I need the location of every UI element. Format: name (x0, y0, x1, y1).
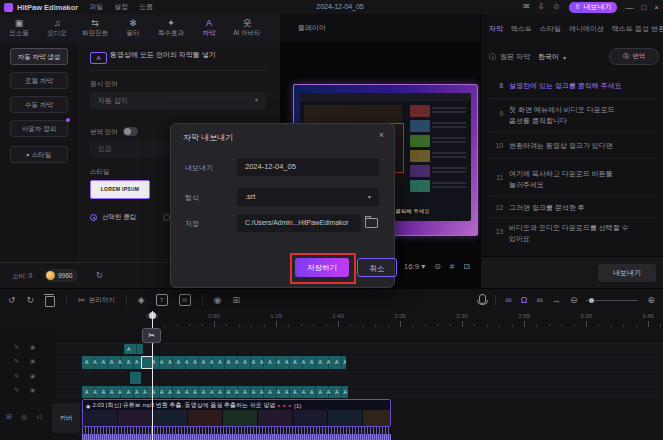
record-icon[interactable]: ◉ (214, 295, 222, 305)
pen-icon[interactable]: ✎ (14, 386, 19, 393)
download-icon[interactable]: ⇩ (538, 0, 545, 14)
ribbon-filter[interactable]: ✻ 필터 (114, 18, 152, 38)
ribbon-effects[interactable]: ✦ 특수효과 (152, 18, 190, 38)
subtitle-clip-small[interactable] (130, 372, 141, 384)
subtitle-clip-track[interactable]: AAAAAAAAAAAAAAAAAAAAAAAAAAAAAAAA (82, 386, 348, 398)
menu-file[interactable]: 파일 (89, 2, 103, 12)
player-panel-header: 플레이어 (280, 14, 480, 43)
eye-icon[interactable]: ◉ (30, 357, 35, 364)
feedback-icon[interactable]: ✉ (523, 0, 530, 14)
eye-icon[interactable]: ◉ (30, 386, 35, 393)
player-tab[interactable]: 플레이어 (298, 14, 326, 42)
overlay-icon[interactable]: ⊞ (232, 295, 240, 305)
chain-icon[interactable]: ∞ (536, 295, 542, 305)
eye-icon[interactable]: ◉ (30, 343, 35, 350)
sidebar-item-style[interactable]: ▶ 스타일 (10, 146, 68, 163)
magnet-icon[interactable]: Ω (521, 295, 528, 305)
tab-text[interactable]: 텍스트 (511, 24, 532, 34)
minimize-button[interactable]: — (625, 3, 633, 12)
ruler-time-label: 2:05 (394, 313, 406, 319)
ribbon-subtitle[interactable]: A 자막 (190, 18, 228, 38)
browse-folder-button[interactable] (363, 214, 379, 232)
tab-style[interactable]: 스타일 (540, 24, 561, 34)
format-label: 형식 (185, 193, 199, 203)
ribbon-elements[interactable]: ▣ 요소들 (0, 18, 38, 38)
subtitle-clip[interactable]: A (124, 344, 143, 354)
pen-icon[interactable]: ✎ (14, 343, 19, 350)
tab-subtitle[interactable]: 자막 (489, 24, 503, 34)
ribbon-ai-avatar[interactable]: 웃 AI 아바타 (228, 18, 266, 38)
export-subtitle-button[interactable]: 내보내기 (598, 264, 656, 282)
scissors-icon: ✂ (78, 295, 86, 305)
sidebar-item-custom[interactable]: 사용자 정의 (10, 120, 68, 137)
subtitle-clip-track[interactable]: AAAAAAAAAAAAAAAAAAAAAAAAAAAAAAAA (82, 356, 346, 369)
tab-tts[interactable]: 텍스트 음성 변환 (612, 24, 663, 34)
radio-selected-clip-label: 선택한 클립 (102, 213, 136, 222)
translate-button[interactable]: Ⓐ 번역 (609, 48, 659, 65)
track-header: ✎ ◉ (0, 372, 56, 379)
radio-selected-clip[interactable] (90, 214, 97, 221)
audio-waveform[interactable] (82, 427, 391, 440)
save-path-input[interactable]: C:/Users/Admin...HitPawEdimakor (237, 214, 361, 232)
translate-toggle[interactable] (123, 127, 138, 136)
video-clip-title: ◉ 2:03 [최신] 유튜브 mp3 변환 추출, 동영상에 음원 추출하는 … (83, 400, 390, 410)
add-text-icon[interactable]: T (156, 294, 168, 306)
source-language-select[interactable]: 자동 감지 ▾ (90, 92, 266, 109)
pen-icon[interactable]: ✎ (14, 357, 19, 364)
aspect-ratio-select[interactable]: 16:9 ▾ (404, 262, 425, 271)
sidebar-item-auto-subtitle[interactable]: 자동 자막 생성 (10, 48, 68, 65)
grid-icon[interactable]: # (450, 262, 454, 271)
speed-icon[interactable]: ◈ (138, 295, 145, 305)
account-icon[interactable]: ☺ (552, 0, 560, 14)
video-clip[interactable]: ◉ 2:03 [최신] 유튜브 mp3 변환 추출, 동영상에 음원 추출하는 … (82, 399, 391, 427)
zoom-out-icon[interactable]: ⊖ (570, 295, 578, 305)
fit-timeline-icon[interactable]: ↔ (552, 295, 561, 305)
radio-option-2[interactable] (163, 214, 170, 221)
fullscreen-icon[interactable]: ⊡ (463, 262, 470, 271)
refresh-icon[interactable]: ↻ (96, 263, 103, 289)
microphone-icon[interactable] (479, 294, 486, 304)
trash-icon[interactable] (45, 296, 55, 307)
sidebar-item-manual-subtitle[interactable]: 수동 자막 (10, 96, 68, 113)
translate-badge-icon: Ⓐ (623, 52, 630, 61)
cover-circle-icon[interactable]: ◎ (21, 413, 27, 421)
menu-help[interactable]: 도움 (139, 2, 153, 12)
timeline-zoom-slider[interactable] (586, 300, 638, 301)
ai-tools-icon[interactable]: AI (179, 294, 191, 306)
ribbon-transition[interactable]: ⇆ 화면전환 (76, 18, 114, 38)
eye-icon[interactable]: ◉ (30, 372, 35, 379)
split-button[interactable]: ✂ 분리하기 (78, 295, 115, 305)
zoom-in-icon[interactable]: ⊕ (647, 295, 655, 305)
right-panel-footer: 내보내기 (481, 256, 663, 289)
sidebar-item-local-subtitle[interactable]: 로컬 자막 (10, 72, 68, 89)
style-preset[interactable]: LOREM IPSUM (90, 180, 150, 199)
maximize-button[interactable]: □ (641, 3, 646, 12)
export-project-button[interactable]: ⇧ 내보내기 (569, 2, 618, 13)
elements-icon: ▣ (15, 18, 24, 28)
ruler-time-label: 1:40 (332, 313, 344, 319)
snapshot-icon[interactable]: ⊙ (434, 262, 441, 271)
chevron-down-icon: ▾ (368, 188, 371, 206)
ribbon-audio[interactable]: ♫ 오디오 (38, 18, 76, 38)
filename-input[interactable]: 2024-12-04_05 (237, 158, 379, 176)
dialog-close-icon[interactable]: × (379, 130, 384, 140)
cover-grid-icon[interactable]: ⊞ (6, 413, 12, 421)
close-button[interactable]: × (654, 3, 659, 12)
format-select[interactable]: .srt ▾ (237, 188, 379, 206)
subtitle-icon: A (206, 18, 212, 28)
language-select[interactable]: 한국어 (538, 52, 559, 62)
cover-back-icon[interactable]: ◁ (36, 413, 41, 421)
cover-button[interactable]: 커버 (52, 403, 80, 433)
cancel-button[interactable]: 취소 (357, 258, 397, 277)
save-button[interactable]: 저장하기 (295, 258, 349, 277)
chevron-down-icon[interactable]: ▾ (563, 54, 566, 61)
timeline-ruler[interactable]: 0:250:501:151:402:052:302:553:203:45 (0, 311, 663, 327)
tab-animation[interactable]: 애니메이션 (569, 24, 604, 34)
source-subtitle-label: 원본 자막 (500, 52, 530, 62)
save-path-label: 저장 (185, 219, 199, 229)
redo-icon[interactable]: ↻ (27, 295, 35, 305)
link-icon[interactable]: ∞ (505, 295, 511, 305)
menu-settings[interactable]: 설정 (114, 2, 128, 12)
undo-icon[interactable]: ↺ (8, 295, 16, 305)
pen-icon[interactable]: ✎ (14, 372, 19, 379)
